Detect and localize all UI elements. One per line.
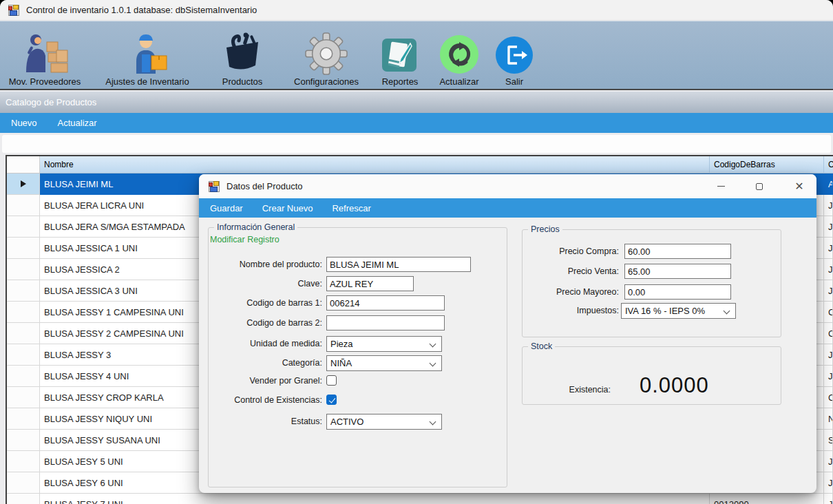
minimize-icon — [717, 186, 725, 187]
codigo-barras-2-input[interactable] — [326, 315, 445, 330]
column-header-clave[interactable]: Cla — [824, 156, 833, 174]
catalog-title: Catalogo de Productos — [6, 97, 96, 107]
app-icon — [8, 5, 19, 16]
toolbar-item-reportes[interactable]: Reportes — [377, 35, 423, 87]
groupbox-precios: Precios Precio Compra: Precio Venta: Pre… — [522, 229, 781, 337]
field-label-barras2: Codigo de barras 2: — [209, 315, 322, 330]
field-label-control-existencias: Control de Existencias: — [209, 392, 322, 408]
field-label-existencia: Existencia: — [523, 385, 611, 395]
main-window: Control de inventario 1.0.1 database: db… — [0, 0, 833, 504]
field-label-estatus: Estatus: — [209, 414, 322, 429]
cell-clave[interactable]: CA — [824, 302, 833, 323]
toolbar-item-salir[interactable]: Salir — [496, 35, 533, 87]
cell-clave[interactable]: SU — [824, 430, 833, 451]
menu-item-actualizar[interactable]: Actualizar — [58, 118, 97, 128]
unidad-medida-select[interactable]: Pieza — [326, 336, 442, 352]
record-mode-label: Modificar Registro — [210, 235, 280, 244]
row-selector[interactable] — [7, 216, 40, 238]
cell-clave[interactable]: NIQ — [824, 408, 833, 430]
field-label-unidad: Unidad de medida: — [209, 336, 322, 351]
cell-nombre[interactable]: BLUSA JESY 7 UNI — [40, 494, 710, 504]
row-selector[interactable] — [7, 387, 40, 408]
groupbox-title: Precios — [528, 224, 562, 234]
row-selector[interactable] — [7, 302, 40, 323]
estatus-value: ACTIVO — [330, 417, 363, 427]
cell-clave[interactable]: CA — [824, 323, 833, 344]
clave-input[interactable] — [326, 276, 414, 291]
toolbar-label: Mov. Proveedores — [9, 76, 81, 87]
toolbox-icon — [221, 31, 264, 75]
row-selector[interactable] — [7, 408, 40, 430]
column-header-nombre[interactable]: Nombre — [40, 156, 710, 174]
chevron-down-icon — [430, 341, 436, 348]
supplier-boxes-icon — [21, 32, 69, 75]
column-header-codigodebarras[interactable]: CodigoDeBarras — [710, 156, 824, 174]
cell-clave[interactable]: JES — [824, 366, 833, 387]
field-label-clave: Clave: — [209, 276, 322, 291]
menu-item-guardar[interactable]: Guardar — [210, 203, 243, 213]
row-selector[interactable] — [7, 366, 40, 387]
cell-clave[interactable]: CR — [824, 387, 833, 408]
main-toolbar: Mov. Proveedores Ajustes de Inventario — [0, 21, 833, 90]
main-titlebar: Control de inventario 1.0.1 database: db… — [0, 0, 833, 21]
row-selector[interactable] — [7, 259, 40, 280]
row-selector[interactable] — [7, 195, 40, 216]
cell-clave[interactable]: JES — [824, 280, 833, 302]
categoria-select[interactable]: NIÑA — [326, 355, 442, 371]
dialog-title: Datos del Producto — [226, 181, 303, 191]
cell-barcode[interactable]: 0012090 — [710, 494, 824, 504]
cell-clave[interactable]: AZ — [824, 174, 833, 195]
row-selector[interactable] — [7, 430, 40, 451]
cell-clave[interactable]: JES — [824, 344, 833, 366]
groupbox-informacion-general: Información General Modificar Registro N… — [208, 227, 507, 487]
cell-clave[interactable]: JES — [824, 259, 833, 280]
menu-item-refrescar[interactable]: Refrescar — [332, 203, 370, 213]
maximize-button[interactable] — [745, 174, 774, 198]
impuestos-value: IVA 16 % - IEPS 0% — [625, 306, 705, 316]
cell-clave[interactable]: JES — [824, 451, 833, 472]
row-selector[interactable] — [7, 280, 40, 302]
toolbar-item-productos[interactable]: Productos — [209, 31, 275, 87]
precio-mayoreo-input[interactable] — [624, 284, 731, 300]
cell-clave[interactable]: JER — [824, 195, 833, 216]
row-selector[interactable] — [7, 472, 40, 494]
chevron-down-icon — [430, 360, 436, 367]
row-selector[interactable] — [7, 451, 40, 472]
toolbar-item-ajustes-inventario[interactable]: Ajustes de Inventario — [95, 31, 200, 87]
cell-clave[interactable]: JES — [824, 238, 833, 259]
groupbox-stock: Stock Existencia: 0.0000 — [522, 346, 781, 405]
codigo-barras-1-input[interactable] — [326, 295, 445, 311]
row-selector[interactable] — [7, 174, 40, 195]
exit-icon — [494, 35, 534, 75]
toolbar-item-mov-proveedores[interactable]: Mov. Proveedores — [4, 32, 85, 87]
row-selector[interactable] — [7, 238, 40, 259]
row-selector[interactable] — [7, 323, 40, 344]
nombre-producto-input[interactable] — [326, 257, 471, 272]
cell-clave[interactable]: JER — [824, 216, 833, 238]
toolbar-label: Actualizar — [439, 76, 478, 87]
existencia-value: 0.0000 — [640, 373, 709, 398]
precio-compra-input[interactable] — [624, 244, 731, 259]
maximize-icon — [756, 183, 763, 190]
vender-granel-checkbox[interactable] — [326, 375, 337, 386]
table-row[interactable]: BLUSA JESY 7 UNI 0012090 JES — [7, 494, 833, 504]
control-existencias-checkbox[interactable] — [326, 395, 337, 405]
precio-venta-input[interactable] — [624, 264, 731, 279]
estatus-select[interactable]: ACTIVO — [326, 414, 442, 430]
row-selector[interactable] — [7, 494, 40, 504]
toolbar-item-configuraciones[interactable]: Configuraciones — [285, 32, 368, 87]
categoria-value: NIÑA — [330, 358, 352, 368]
menu-item-nuevo[interactable]: Nuevo — [11, 118, 37, 128]
row-selector[interactable] — [7, 344, 40, 366]
field-label-categoria: Categoría: — [209, 355, 322, 370]
grid-corner-header[interactable] — [7, 156, 40, 174]
close-button[interactable]: ✕ — [785, 174, 814, 198]
menu-item-crear-nuevo[interactable]: Crear Nuevo — [262, 203, 313, 213]
toolbar-item-actualizar[interactable]: Actualizar — [432, 34, 486, 87]
cell-clave[interactable]: JES — [824, 472, 833, 494]
refresh-icon — [439, 34, 480, 75]
impuestos-select[interactable]: IVA 16 % - IEPS 0% — [621, 303, 736, 319]
minimize-button[interactable] — [706, 174, 735, 198]
cell-clave[interactable]: JES — [824, 494, 833, 504]
field-label-nombre: Nombre del producto: — [209, 257, 322, 272]
